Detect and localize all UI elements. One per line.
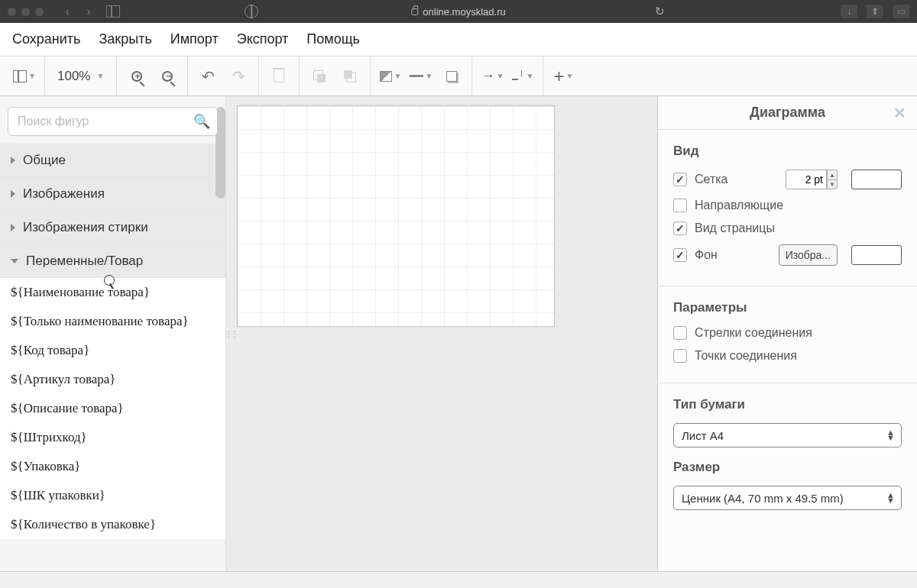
chevron-down-icon <box>11 259 18 263</box>
chrome-right-controls: ↓ ⬆ ▭ <box>841 5 909 18</box>
to-back-button[interactable] <box>336 63 364 90</box>
zoom-out-button[interactable] <box>154 63 181 90</box>
zoom-dropdown[interactable]: 100% ▼ <box>51 69 110 84</box>
view-section: Вид Сетка ▲ ▼ Направляющие Вид <box>658 130 917 286</box>
to-front-button[interactable] <box>306 63 333 90</box>
image-button[interactable]: Изобра... <box>779 244 838 266</box>
conn-points-checkbox[interactable] <box>673 349 687 363</box>
search-icon[interactable]: 🔍 <box>193 113 210 130</box>
search-input[interactable] <box>8 107 218 136</box>
splitter-handle[interactable]: ⋮⋮ <box>226 330 229 341</box>
sidebar-toggle-icon[interactable] <box>103 4 123 19</box>
paper-value: Лист А4 <box>682 429 724 442</box>
grid-size-input: ▲ ▼ <box>786 170 838 189</box>
add-button[interactable]: +▼ <box>549 63 577 90</box>
back-button[interactable]: ‹ <box>57 4 77 19</box>
menu-export[interactable]: Экспорт <box>237 31 289 47</box>
panel-header: Диаграмма ✕ <box>658 96 917 130</box>
share-icon[interactable]: ⬆ <box>867 5 883 18</box>
connector-button[interactable]: ▼ <box>509 63 536 90</box>
conn-points-label: Точки соединения <box>695 349 797 363</box>
bg-color-swatch[interactable] <box>851 245 902 265</box>
url-text: online.moysklad.ru <box>423 6 505 18</box>
url-bar[interactable]: online.moysklad.ru <box>411 6 505 18</box>
fill-button[interactable]: ▼ <box>377 63 404 90</box>
chevron-right-icon <box>11 190 15 198</box>
grid-color-swatch[interactable] <box>851 170 902 189</box>
group-label: Переменные/Товар <box>26 254 143 269</box>
maximize-window-icon[interactable] <box>35 8 44 16</box>
zoom-in-button[interactable] <box>123 63 151 90</box>
page-view-checkbox[interactable] <box>673 221 687 235</box>
variable-list: ${Наименование товара} ${Только наименов… <box>0 278 225 539</box>
group-label: Изображения стирки <box>23 220 148 235</box>
page[interactable] <box>237 105 555 327</box>
variable-item[interactable]: ${Количество в упаковке} <box>0 510 225 539</box>
status-bar <box>0 571 917 588</box>
menu-close[interactable]: Закрыть <box>99 31 151 47</box>
background-label: Фон <box>695 248 771 262</box>
trash-icon <box>274 70 284 82</box>
arrow-style-button[interactable]: →▼ <box>478 63 506 90</box>
menu-save[interactable]: Сохранить <box>12 31 80 47</box>
paper-select[interactable]: Лист А4 ▲▼ <box>673 423 902 447</box>
reader-icon[interactable] <box>245 5 258 18</box>
variable-item[interactable]: ${Штрихкод} <box>0 423 225 452</box>
connector-icon <box>512 70 524 82</box>
variable-item[interactable]: ${Только наименование товара} <box>0 307 225 336</box>
shapes-sidebar: 🔍 Общие Изображения Изображения стирки П… <box>0 96 226 588</box>
grid-size-field[interactable] <box>786 170 827 189</box>
guides-label: Направляющие <box>695 199 783 212</box>
select-caret-icon: ▲▼ <box>886 493 895 503</box>
redo-icon: ↷ <box>232 67 245 86</box>
redo-button[interactable]: ↷ <box>225 63 252 90</box>
search-box: 🔍 <box>8 107 218 136</box>
guides-checkbox[interactable] <box>673 199 687 212</box>
shadow-button[interactable] <box>438 63 465 90</box>
chevron-right-icon <box>11 224 15 231</box>
variable-item[interactable]: ${ШК упаковки} <box>0 481 225 510</box>
variable-item[interactable]: ${Упаковка} <box>0 452 225 481</box>
background-checkbox[interactable] <box>673 248 687 262</box>
properties-panel: Диаграмма ✕ Вид Сетка ▲ ▼ Направляющие <box>657 96 917 588</box>
reload-icon[interactable]: ↻ <box>655 5 665 18</box>
undo-icon: ↶ <box>202 67 215 86</box>
group-common[interactable]: Общие <box>0 144 225 177</box>
close-window-icon[interactable] <box>8 8 16 16</box>
size-value: Ценник (А4, 70 mm x 49.5 mm) <box>682 492 844 505</box>
section-title: Размер <box>673 460 902 475</box>
variable-item[interactable]: ${Описание товара} <box>0 394 225 423</box>
stepper-up[interactable]: ▲ <box>827 170 838 179</box>
menu-import[interactable]: Импорт <box>170 31 219 47</box>
close-icon[interactable]: ✕ <box>893 104 906 122</box>
group-label: Общие <box>23 153 66 168</box>
conn-arrows-checkbox[interactable] <box>673 326 687 340</box>
grid-checkbox[interactable] <box>673 173 687 186</box>
window-controls <box>8 8 44 16</box>
lock-icon <box>411 8 418 15</box>
tabs-icon[interactable]: ▭ <box>893 5 909 18</box>
layout-button[interactable]: ▼ <box>11 63 38 90</box>
variable-item[interactable]: ${Артикул товара} <box>0 365 225 394</box>
panel-title: Диаграмма <box>750 105 825 121</box>
forward-button[interactable]: › <box>79 4 99 19</box>
minimize-window-icon[interactable] <box>21 8 30 16</box>
chevron-right-icon <box>11 157 15 164</box>
stroke-button[interactable]: ▼ <box>407 63 435 90</box>
canvas[interactable]: ⋮⋮ <box>226 96 657 588</box>
undo-button[interactable]: ↶ <box>194 63 222 90</box>
group-images[interactable]: Изображения <box>0 177 225 211</box>
group-wash-images[interactable]: Изображения стирки <box>0 211 225 244</box>
group-variables[interactable]: Переменные/Товар <box>0 244 225 278</box>
stroke-icon <box>410 75 423 77</box>
grid-label: Сетка <box>695 173 778 186</box>
arrow-icon: → <box>481 68 494 84</box>
menu-help[interactable]: Помощь <box>306 31 360 47</box>
page-view-label: Вид страницы <box>695 221 775 235</box>
delete-button[interactable] <box>265 63 293 90</box>
variable-item[interactable]: ${Код товара} <box>0 336 225 365</box>
download-icon[interactable]: ↓ <box>841 5 857 18</box>
size-select[interactable]: Ценник (А4, 70 mm x 49.5 mm) ▲▼ <box>673 486 902 510</box>
main-layout: 🔍 Общие Изображения Изображения стирки П… <box>0 96 917 588</box>
stepper-down[interactable]: ▼ <box>827 179 838 189</box>
